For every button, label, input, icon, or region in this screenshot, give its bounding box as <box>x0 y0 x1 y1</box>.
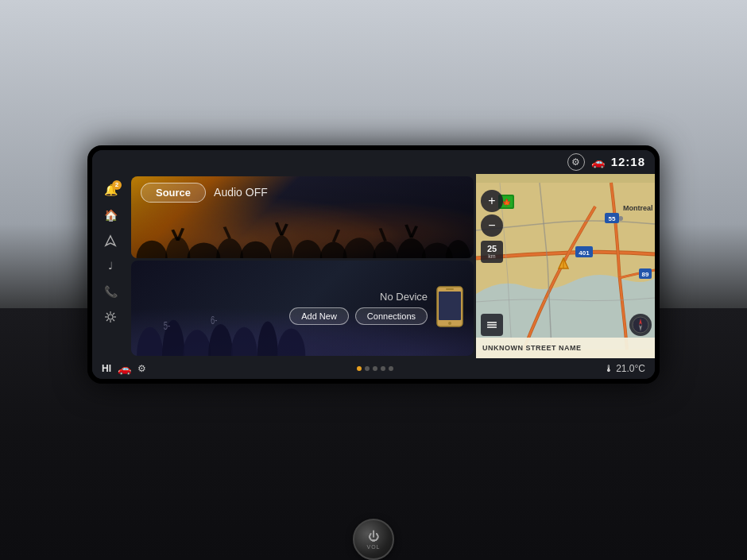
phone-icon-container <box>435 286 464 330</box>
settings-status-icon: ⚙ <box>137 363 146 374</box>
page-dot-3[interactable] <box>373 366 377 371</box>
settings-icon[interactable]: ⚙ <box>567 153 585 171</box>
map-layers-button[interactable] <box>481 314 503 336</box>
zoom-in-button[interactable]: + <box>481 190 503 212</box>
sidebar-item-notifications[interactable]: 🔔 2 <box>97 179 124 201</box>
status-left: HI 🚗 ⚙ <box>102 362 146 375</box>
svg-text:401: 401 <box>579 249 590 257</box>
svg-line-26 <box>277 222 282 235</box>
audio-controls: Source Audio OFF <box>131 176 474 209</box>
map-bottom-left <box>481 314 503 336</box>
bottom-panel: ⏻ VOL <box>0 511 747 560</box>
source-button[interactable]: Source <box>141 183 206 203</box>
svg-point-13 <box>216 238 243 258</box>
device-info: No Device Add New Connections <box>141 291 428 325</box>
compass-icon <box>632 316 649 334</box>
temperature-display: 21.0°C <box>616 363 645 374</box>
svg-line-30 <box>406 224 412 237</box>
svg-text:89: 89 <box>642 271 649 278</box>
svg-line-28 <box>334 230 339 241</box>
map-panel[interactable]: 🍁 401 55 89 Montreal <box>476 174 655 358</box>
page-dot-1[interactable] <box>357 366 362 371</box>
svg-line-8 <box>113 313 114 315</box>
svg-point-35 <box>208 324 233 355</box>
map-zoom-controls: + − 25 km <box>481 190 503 263</box>
svg-point-20 <box>397 238 426 258</box>
sidebar-item-home[interactable]: 🏠 <box>97 204 124 226</box>
sidebar-item-navigation[interactable] <box>97 230 124 252</box>
infotainment-screen: ⚙ 🚗 12:18 🔔 2 🏠 <box>87 145 660 384</box>
svg-point-37 <box>257 321 278 355</box>
svg-line-6 <box>106 313 108 315</box>
vol-label: VOL <box>366 544 380 550</box>
svg-text:Montreal: Montreal <box>623 204 653 212</box>
svg-rect-42 <box>439 292 461 320</box>
device-panel: 5- 6- No Device Add New Connections <box>131 261 474 356</box>
seatbelt-icon: 🚗 <box>118 362 131 375</box>
svg-point-22 <box>446 239 470 258</box>
svg-point-32 <box>137 327 163 356</box>
screen-inner: ⚙ 🚗 12:18 🔔 2 🏠 <box>92 150 655 379</box>
page-dot-2[interactable] <box>365 366 370 371</box>
top-bar: ⚙ 🚗 12:18 <box>92 150 655 174</box>
climate-icon <box>104 311 117 323</box>
svg-line-27 <box>281 224 287 235</box>
svg-text:55: 55 <box>609 215 616 222</box>
nav-icon <box>104 234 117 247</box>
status-bar: HI 🚗 ⚙ 🌡 21.0°C <box>92 358 655 379</box>
page-dot-4[interactable] <box>381 366 385 371</box>
svg-rect-60 <box>487 324 497 326</box>
svg-rect-61 <box>487 326 497 328</box>
svg-point-15 <box>270 235 293 258</box>
zoom-out-button[interactable]: − <box>481 214 503 237</box>
car-status-icon: 🚗 <box>591 156 605 168</box>
top-bar-right: ⚙ 🚗 12:18 <box>567 153 645 171</box>
svg-point-36 <box>231 327 257 356</box>
audio-status-text: Audio OFF <box>214 186 268 199</box>
svg-rect-59 <box>487 322 497 323</box>
layers-icon <box>486 319 497 330</box>
device-buttons: Add New Connections <box>289 307 428 325</box>
notification-badge: 2 <box>112 180 122 190</box>
sidebar-item-phone[interactable]: 📞 <box>97 280 124 303</box>
connections-button[interactable]: Connections <box>355 307 428 325</box>
page-dots <box>357 366 393 371</box>
svg-point-14 <box>240 241 271 258</box>
power-symbol: ⏻ <box>368 530 379 543</box>
main-content: 🔔 2 🏠 ♩ 📞 <box>92 174 655 358</box>
svg-line-9 <box>106 319 108 321</box>
svg-line-7 <box>113 319 114 321</box>
status-right: 🌡 21.0°C <box>604 363 645 374</box>
add-new-button[interactable]: Add New <box>289 307 349 325</box>
sidebar-item-music[interactable]: ♩ <box>97 255 124 277</box>
no-device-label: No Device <box>380 291 428 303</box>
svg-rect-44 <box>446 288 454 290</box>
svg-point-43 <box>448 322 451 325</box>
svg-point-17 <box>320 241 347 258</box>
svg-point-12 <box>188 242 221 258</box>
greeting-text: HI <box>102 363 111 374</box>
center-panel: Source Audio OFF <box>129 174 476 358</box>
scale-unit: km <box>488 253 495 259</box>
audio-panel: Source Audio OFF <box>131 176 474 259</box>
phone-device-icon <box>435 286 464 327</box>
svg-line-29 <box>380 228 385 241</box>
svg-point-19 <box>373 241 397 258</box>
svg-point-1 <box>108 315 113 319</box>
clock: 12:18 <box>611 155 645 168</box>
compass-rose[interactable] <box>629 314 652 336</box>
scale-number: 25 <box>487 245 497 253</box>
street-name-text: UNKNOWN STREET NAME <box>482 344 582 352</box>
svg-point-18 <box>343 238 376 258</box>
svg-point-10 <box>137 240 168 258</box>
scale-indicator: 25 km <box>481 241 503 263</box>
svg-point-38 <box>277 328 306 355</box>
svg-text:🍁: 🍁 <box>502 198 512 207</box>
left-sidebar: 🔔 2 🏠 ♩ 📞 <box>92 174 129 358</box>
svg-marker-0 <box>106 236 115 245</box>
vol-knob[interactable]: ⏻ VOL <box>353 519 394 560</box>
sidebar-item-climate[interactable] <box>97 306 124 328</box>
page-dot-5[interactable] <box>389 366 393 371</box>
svg-line-25 <box>225 226 230 238</box>
svg-point-34 <box>183 330 211 355</box>
